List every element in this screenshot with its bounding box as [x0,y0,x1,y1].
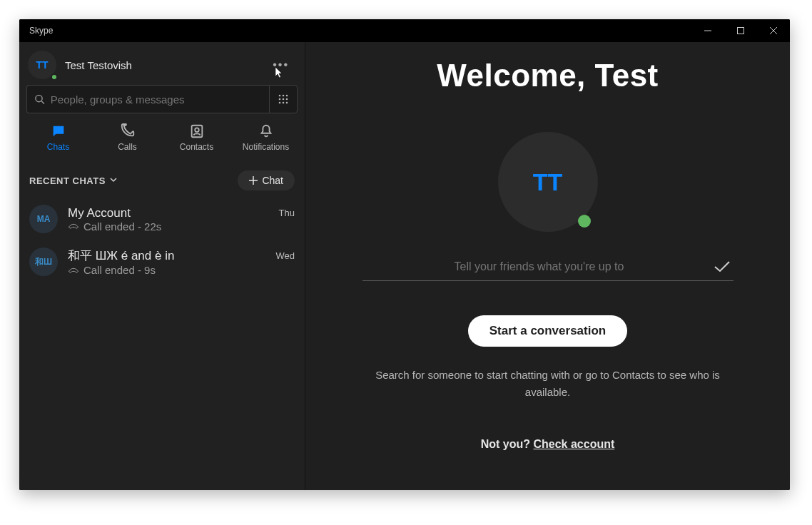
tab-notifications-label: Notifications [243,142,289,152]
svg-point-7 [283,95,285,97]
chat-sub-text: Call ended - 9s [83,264,156,276]
chat-title: 和平 ШЖ é and è in [68,248,266,264]
maximize-button[interactable] [724,19,757,42]
new-chat-button[interactable]: Chat [238,170,295,190]
new-chat-label: Chat [262,175,283,186]
recent-chats-title[interactable]: RECENT CHATS [29,175,117,186]
minimize-button[interactable] [691,19,724,42]
search-icon [34,93,45,105]
tab-notifications[interactable]: Notifications [238,123,295,152]
chat-time: Thu [279,208,295,218]
profile-avatar-initials: TT [36,59,48,71]
check-account-link[interactable]: Check account [533,438,614,450]
tab-contacts-label: Contacts [180,142,213,152]
start-conversation-label: Start a conversation [489,324,606,337]
recent-chats-header: RECENT CHATS Chat [19,158,305,198]
chevron-down-icon [110,178,117,183]
presence-indicator [51,73,58,81]
svg-point-13 [283,102,285,104]
chat-body: 和平 ШЖ é and è in Call ended - 9s [68,248,266,276]
chat-title: My Account [68,206,269,220]
tab-calls[interactable]: Calls [99,123,156,152]
call-ended-icon [68,267,79,274]
calls-icon [120,123,136,139]
svg-point-6 [279,95,281,97]
start-conversation-button[interactable]: Start a conversation [468,315,627,347]
not-you-row: Not you? Check account [481,438,615,451]
tab-contacts[interactable]: Contacts [168,123,225,152]
dialpad-icon [278,94,288,104]
titlebar-title: Skype [29,26,53,36]
svg-point-4 [36,95,42,101]
recent-chats-label: RECENT CHATS [29,175,106,186]
chat-row[interactable]: MA My Account Call ended - 22s Thu [19,198,305,240]
search-box[interactable] [26,85,269,113]
nav-tabs: Chats Calls Contacts Notifications [19,113,305,158]
chat-subtitle: Call ended - 22s [68,220,269,233]
helper-text: Search for someone to start chatting wit… [362,367,734,401]
chat-avatar: MA [29,205,58,233]
check-icon[interactable] [714,260,731,273]
svg-rect-1 [738,28,744,34]
not-you-text: Not you? [481,438,534,450]
tab-chats[interactable]: Chats [30,123,87,152]
titlebar: Skype [19,19,790,42]
main-avatar-initials: TT [533,168,563,196]
status-row[interactable] [362,256,734,281]
main-presence-indicator [578,215,591,228]
notifications-icon [258,123,274,139]
svg-point-11 [286,98,288,101]
plus-icon [249,176,258,185]
tab-calls-label: Calls [118,142,137,152]
close-button[interactable] [757,19,790,42]
app-window: Skype TT Test Testovish ••• [19,19,790,490]
svg-point-10 [283,98,285,101]
search-row [19,85,305,113]
call-ended-icon [68,223,79,230]
dialpad-button[interactable] [269,85,298,113]
main-panel: Welcome, Test TT Start a conversation Se… [305,42,790,490]
chat-avatar: 和Ш [29,248,58,276]
cursor-icon [275,67,284,78]
chats-icon [51,123,66,139]
search-input[interactable] [51,93,262,106]
chat-sub-text: Call ended - 22s [83,220,161,233]
svg-line-5 [41,101,44,104]
chat-row[interactable]: 和Ш 和平 ШЖ é and è in Call ended - 9s Wed [19,240,305,283]
contacts-icon [189,123,205,139]
main-avatar[interactable]: TT [498,132,598,232]
svg-point-9 [279,98,281,101]
svg-point-12 [279,102,281,104]
more-button[interactable]: ••• [265,54,296,76]
svg-point-14 [286,102,288,104]
profile-avatar[interactable]: TT [28,51,56,79]
svg-point-16 [195,128,199,132]
chat-subtitle: Call ended - 9s [68,264,266,276]
profile-name: Test Testovish [65,59,132,71]
content-area: TT Test Testovish ••• [19,42,790,490]
chat-body: My Account Call ended - 22s [68,206,269,233]
profile-row[interactable]: TT Test Testovish ••• [19,42,305,85]
svg-point-8 [286,95,288,97]
sidebar: TT Test Testovish ••• [19,42,305,490]
status-input[interactable] [365,260,714,273]
welcome-heading: Welcome, Test [437,58,659,93]
tab-chats-label: Chats [47,142,69,152]
chat-time: Wed [276,250,295,261]
